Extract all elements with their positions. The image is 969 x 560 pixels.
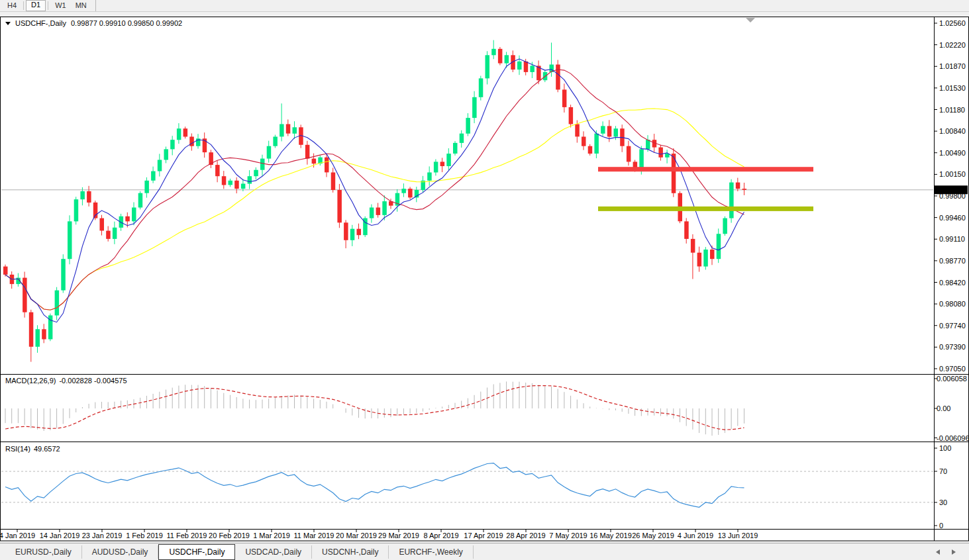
candle-body	[312, 159, 317, 164]
price-axis-label: 1.02560	[939, 19, 966, 27]
candle-body	[158, 160, 162, 171]
support-level-line[interactable]	[598, 207, 813, 211]
candle-body	[466, 118, 470, 134]
candle-body	[280, 124, 284, 137]
candle-body	[42, 329, 46, 339]
price-axis-label: 0.97740	[939, 322, 966, 330]
date-axis-label: 1 Feb 2019	[126, 532, 163, 539]
candle-body	[582, 137, 586, 146]
candle-body	[440, 162, 445, 166]
chart-tab-eurchf-weekly[interactable]: EURCHF-,Weekly	[389, 545, 473, 559]
chart-symbol-label: USDCHF-,Daily	[15, 19, 66, 27]
date-axis-label: 29 Mar 2019	[378, 532, 419, 539]
candle-body	[729, 183, 734, 218]
price-axis-label: 1.00840	[939, 127, 966, 135]
symbol-dropdown-icon[interactable]	[5, 22, 11, 25]
macd-axis-label: -0.006096	[937, 434, 969, 442]
macd-label: MACD(12,26,9)	[5, 377, 56, 385]
candle-body	[382, 201, 387, 215]
chart-shift-marker[interactable]	[746, 18, 755, 23]
macd-pane[interactable]	[5, 381, 744, 436]
chart-title: USDCHF-,Daily 0.99877 0.99910 0.99850 0.…	[5, 19, 182, 27]
candle-body	[293, 127, 297, 134]
candle-body	[234, 181, 239, 189]
price-axis-label: 0.99460	[939, 214, 966, 222]
date-axis-label: 16 May 2019	[589, 532, 632, 539]
candle-body	[479, 78, 484, 97]
candle-body	[170, 140, 175, 149]
chart-tab-eurusd-daily[interactable]: EURUSD-,Daily	[5, 545, 82, 559]
price-axis-label: 0.97050	[939, 365, 966, 373]
candle-body	[639, 149, 644, 169]
candle-body	[3, 267, 8, 275]
chart-tab-usdcnh-daily[interactable]: USDCNH-,Daily	[312, 545, 389, 559]
resistance-level-line[interactable]	[598, 167, 813, 171]
candle-body	[530, 66, 535, 72]
tab-scroll-left-button[interactable]	[936, 549, 940, 555]
candle-body	[517, 62, 522, 70]
candle-body	[524, 62, 529, 72]
candle-body	[23, 278, 27, 312]
candle-body	[710, 250, 715, 259]
candle-body	[68, 221, 72, 259]
candle-body	[215, 165, 220, 176]
date-axis-label: 8 Apr 2019	[423, 532, 458, 539]
date-axis-label: 11 Mar 2019	[294, 532, 334, 539]
candle-body	[453, 143, 458, 154]
rsi-axis-label: 0	[939, 522, 943, 530]
candle-body	[472, 97, 477, 118]
candle-body	[370, 208, 374, 218]
candle-body	[607, 126, 612, 136]
candle-body	[325, 158, 329, 173]
candle-body	[55, 291, 60, 316]
candle-body	[74, 199, 79, 221]
date-axis-label: 7 May 2019	[549, 532, 587, 539]
tab-scroll-right-button[interactable]	[952, 549, 956, 555]
date-axis-label: 23 Jan 2019	[82, 532, 123, 539]
candle-body	[485, 55, 490, 78]
price-axis-label: 1.00150	[939, 170, 966, 178]
chart-tab-usdcad-daily[interactable]: USDCAD-,Daily	[235, 545, 312, 559]
candle-body	[446, 154, 451, 166]
price-axis-label: 1.02220	[939, 41, 966, 49]
candle-body	[723, 218, 727, 234]
rsi-line	[5, 463, 744, 508]
candle-body	[267, 146, 272, 159]
macd-values: -0.002828 -0.004575	[59, 377, 127, 385]
candle-body	[177, 128, 181, 140]
candle-body	[29, 312, 34, 347]
rsi-pane[interactable]	[1, 463, 933, 508]
candle-body	[703, 250, 708, 267]
candle-body	[183, 128, 188, 136]
price-chart-canvas[interactable]: 1.025601.022201.018701.015301.011801.008…	[0, 0, 969, 560]
candle-body	[408, 189, 413, 197]
price-axis-label: 0.99110	[939, 235, 965, 243]
candle-body	[273, 137, 278, 146]
macd-signal-line	[5, 386, 744, 430]
candle-body	[254, 170, 258, 177]
candle-body	[588, 146, 593, 154]
candle-body	[434, 162, 438, 172]
candle-body	[658, 148, 663, 158]
date-axis-label: 28 Apr 2019	[506, 532, 545, 539]
candle-body	[93, 203, 98, 218]
candle-body	[113, 228, 117, 239]
candle-body	[491, 49, 496, 56]
candle-body	[505, 55, 509, 63]
candle-body	[144, 181, 149, 193]
chart-tab-audusd-daily[interactable]: AUDUSD-,Daily	[82, 545, 159, 559]
main-price-pane[interactable]	[1, 40, 933, 362]
ma-fast-blue-line	[5, 59, 744, 322]
candle-body	[164, 149, 169, 160]
candle-body	[401, 189, 406, 193]
candle-body	[286, 124, 291, 134]
date-axis-label: 1 Mar 2019	[253, 532, 290, 539]
rsi-value: 49.6572	[34, 445, 60, 453]
chart-tab-usdchf-daily[interactable]: USDCHF-,Daily	[158, 544, 235, 560]
price-axis-label: 0.97390	[939, 343, 966, 351]
candle-body	[80, 191, 85, 199]
price-axis-label: 0.98420	[939, 279, 966, 287]
candle-body	[357, 229, 362, 236]
date-axis-label: 13 Jun 2019	[718, 532, 758, 539]
candle-body	[36, 329, 40, 347]
